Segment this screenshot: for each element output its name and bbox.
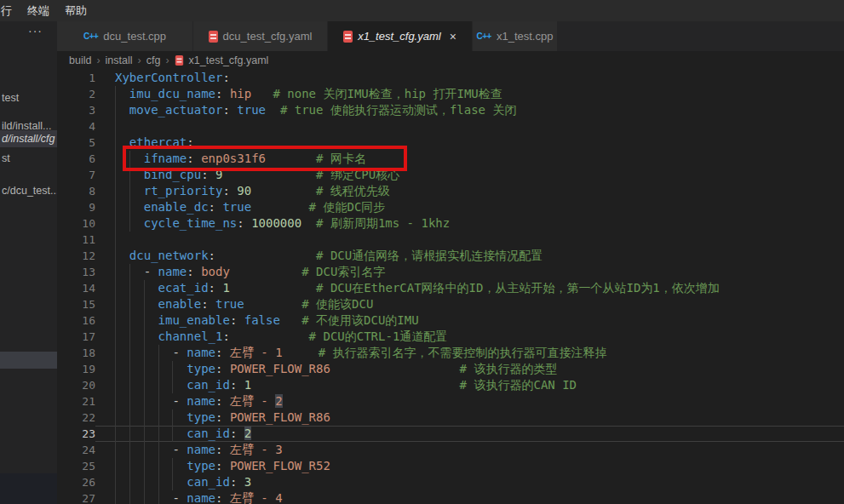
- more-actions-icon[interactable]: ···: [28, 24, 43, 37]
- code-line[interactable]: 25 type: POWER_FLOW_R52: [57, 458, 844, 474]
- indent-guide: [115, 280, 116, 296]
- indent-guide: [144, 312, 145, 329]
- indent-guide: [115, 215, 116, 232]
- tab-x1-test-cfg-yaml[interactable]: x1_test_cfg.yaml ×: [328, 21, 473, 51]
- code-line[interactable]: 9 enable_dc: true # 使能DC同步: [57, 199, 844, 215]
- line-content: type: POWER_FLOW_R86: [95, 410, 844, 426]
- code-line[interactable]: 17 channel_1: # DCU的CTRL-1通道配置: [57, 329, 844, 345]
- line-number: 3: [57, 102, 95, 118]
- code-line[interactable]: 10 cycle_time_ns: 1000000 # 刷新周期1ms - 1k…: [57, 215, 844, 232]
- indent-guide: [115, 183, 116, 199]
- line-number: 25: [57, 458, 95, 474]
- line-content: type: POWER_FLOW_R86 # 该执行器的类型: [95, 361, 844, 377]
- breadcrumb-build[interactable]: build: [69, 54, 91, 66]
- indent-guide: [144, 296, 145, 312]
- close-icon[interactable]: ×: [450, 30, 456, 43]
- code-line[interactable]: 26 can_id: 3: [57, 474, 844, 490]
- indent-guide: [129, 393, 130, 410]
- code-line[interactable]: 14 ecat_id: 1 # DCU在EtherCAT网络中的ID，从主站开始…: [57, 280, 844, 296]
- editor[interactable]: 1XyberController:2 imu_dcu_name: hip # n…: [57, 70, 844, 504]
- line-number: 20: [57, 377, 95, 393]
- indent-guide: [144, 329, 145, 345]
- indent-guide: [158, 345, 159, 361]
- indent-guide: [129, 199, 130, 215]
- indent-guide: [172, 410, 173, 426]
- line-content: dcu_network: # DCU通信网络，请根据实机连接情况配置: [95, 248, 844, 264]
- line-number: 24: [57, 442, 95, 458]
- indent-guide: [144, 490, 145, 504]
- indent-guide: [115, 410, 116, 426]
- indent-guide: [129, 280, 130, 296]
- line-content: - name: 左臂 - 2: [95, 393, 844, 410]
- code-line[interactable]: 11: [57, 232, 844, 248]
- indent-guide: [144, 426, 145, 442]
- indent-guide: [129, 264, 130, 280]
- cpp-icon: C++: [83, 32, 98, 41]
- code-line[interactable]: 15 enable: true # 使能该DCU: [57, 296, 844, 312]
- menu-item-run[interactable]: 行: [0, 0, 20, 21]
- indent-guide: [129, 377, 130, 393]
- line-number: 18: [57, 345, 95, 361]
- line-content: [95, 118, 844, 135]
- breadcrumb-install[interactable]: install: [106, 54, 133, 66]
- indent-guide: [158, 458, 159, 474]
- line-content: - name: 左臂 - 3: [95, 442, 844, 458]
- code-line[interactable]: 21 - name: 左臂 - 2: [57, 393, 844, 410]
- line-content: channel_1: # DCU的CTRL-1通道配置: [95, 329, 844, 345]
- code-line[interactable]: 2 imu_dcu_name: hip # none 关闭IMU检查，hip 打…: [57, 86, 844, 102]
- breadcrumb-file[interactable]: x1_test_cfg.yaml: [189, 54, 269, 66]
- menu-item-terminal[interactable]: 终端: [20, 0, 57, 21]
- breadcrumb-cfg[interactable]: cfg: [146, 54, 161, 66]
- sidebar-item-install-cfg[interactable]: d/install/cfg: [0, 130, 57, 147]
- indent-guide: [129, 215, 130, 232]
- tab-dcu-test-cpp[interactable]: C++ dcu_test.cpp: [57, 21, 193, 51]
- line-content: type: POWER_FLOW_R52: [95, 458, 844, 474]
- indent-guide: [129, 361, 130, 377]
- menu-item-help[interactable]: 帮助: [57, 0, 95, 21]
- indent-guide: [129, 442, 130, 458]
- indent-guide: [144, 410, 145, 426]
- line-number: 26: [57, 474, 95, 490]
- line-content: imu_enable: false # 不使用该DCU的IMU: [95, 312, 844, 329]
- line-number: 6: [57, 151, 95, 167]
- indent-guide: [129, 490, 130, 504]
- indent-guide: [144, 458, 145, 474]
- code-line[interactable]: 24 - name: 左臂 - 3: [57, 442, 844, 458]
- chevron-right-icon: ›: [138, 54, 141, 66]
- cpp-icon: C++: [477, 32, 491, 41]
- tab-x1-test-cpp[interactable]: C++ x1_test.cpp: [473, 21, 558, 51]
- code-line[interactable]: 18 - name: 左臂 - 1 # 执行器索引名字，不需要控制的执行器可直接…: [57, 345, 844, 361]
- sidebar-item-test[interactable]: test: [0, 89, 57, 106]
- code-line[interactable]: 1XyberController:: [57, 70, 844, 86]
- code-line[interactable]: 13 - name: body # DCU索引名字: [57, 264, 844, 280]
- sidebar-item-st[interactable]: st: [0, 150, 57, 167]
- indent-guide: [129, 312, 130, 329]
- code-line[interactable]: 23 can_id: 2: [57, 426, 844, 442]
- line-number: 12: [57, 248, 95, 264]
- indent-guide: [158, 426, 159, 442]
- code-line[interactable]: 27 - name: 左臂 - 4: [57, 490, 844, 504]
- line-content: rt_priority: 90 # 线程优先级: [95, 183, 844, 199]
- code-line[interactable]: 12 dcu_network: # DCU通信网络，请根据实机连接情况配置: [57, 248, 844, 264]
- line-number: 9: [57, 199, 95, 215]
- indent-guide: [129, 426, 130, 442]
- sidebar: ··· test ild/install... d/install/cfg st…: [0, 21, 57, 504]
- code-line[interactable]: 22 type: POWER_FLOW_R86: [57, 410, 844, 426]
- code-line[interactable]: 4: [57, 118, 844, 135]
- code-line[interactable]: 16 imu_enable: false # 不使用该DCU的IMU: [57, 312, 844, 329]
- code-line[interactable]: 3 move_actuator: true # true 使能执行器运动测试，f…: [57, 102, 844, 118]
- indent-guide: [115, 151, 116, 167]
- sidebar-item-dcu-test[interactable]: c/dcu_test...: [0, 182, 57, 199]
- line-number: 19: [57, 361, 95, 377]
- indent-guide: [115, 490, 116, 504]
- code-line[interactable]: 20 can_id: 1 # 该执行器的CAN ID: [57, 377, 844, 393]
- code-line[interactable]: 19 type: POWER_FLOW_R86 # 该执行器的类型: [57, 361, 844, 377]
- tab-dcu-test-cfg-yaml[interactable]: dcu_test_cfg.yaml: [193, 21, 328, 51]
- yaml-file-icon: [209, 31, 218, 43]
- line-content: enable: true # 使能该DCU: [95, 296, 844, 312]
- indent-guide: [115, 135, 116, 151]
- line-number: 13: [57, 264, 95, 280]
- code-line[interactable]: 8 rt_priority: 90 # 线程优先级: [57, 183, 844, 199]
- line-number: 17: [57, 329, 95, 345]
- code-area: 1XyberController:2 imu_dcu_name: hip # n…: [57, 70, 844, 504]
